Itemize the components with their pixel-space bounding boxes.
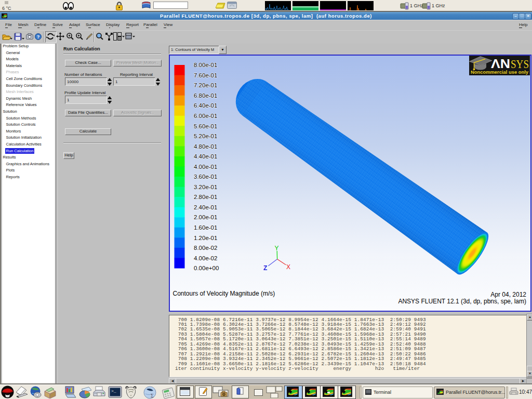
svg-text:6.00e-01: 6.00e-01 <box>194 113 217 119</box>
svg-text:Z: Z <box>263 264 267 272</box>
svg-text:0.00e+00: 0.00e+00 <box>194 265 219 271</box>
svg-text:1.60e-01: 1.60e-01 <box>194 224 217 231</box>
svg-text:4.00e-01: 4.00e-01 <box>194 164 217 170</box>
svg-text:2.40e-01: 2.40e-01 <box>194 204 217 210</box>
svg-text:2.80e-01: 2.80e-01 <box>194 194 217 200</box>
svg-text:4.40e-01: 4.40e-01 <box>194 153 217 159</box>
svg-text:ΛN: ΛN <box>491 57 510 71</box>
svg-text:>_: >_ <box>111 389 116 393</box>
svg-text:Noncommercial use only: Noncommercial use only <box>471 69 529 75</box>
svg-text:5.20e-01: 5.20e-01 <box>194 133 217 139</box>
svg-text:Contours of Velocity Magnitude: Contours of Velocity Magnitude (m/s) <box>173 290 275 297</box>
svg-text:5.60e-01: 5.60e-01 <box>194 123 217 129</box>
svg-text:3.20e-01: 3.20e-01 <box>194 184 217 190</box>
svg-text:X: X <box>286 263 290 271</box>
svg-text:1.20e-01: 1.20e-01 <box>194 235 217 241</box>
svg-text:Σ: Σ <box>151 393 154 398</box>
svg-text:2.00e-01: 2.00e-01 <box>194 214 217 220</box>
svg-text:?: ? <box>37 34 40 39</box>
svg-text:7.60e-01: 7.60e-01 <box>194 72 217 78</box>
svg-text:8.00e-02: 8.00e-02 <box>194 245 217 251</box>
svg-text:3.60e-01: 3.60e-01 <box>194 174 217 180</box>
svg-text:4.80e-01: 4.80e-01 <box>194 143 217 150</box>
svg-text:6.80e-01: 6.80e-01 <box>194 92 217 99</box>
svg-text:6.40e-01: 6.40e-01 <box>194 102 217 109</box>
svg-text:Apr 04, 2012: Apr 04, 2012 <box>490 291 526 298</box>
svg-text:Y: Y <box>275 245 279 252</box>
svg-text:8.00e-01: 8.00e-01 <box>194 62 217 68</box>
svg-text:7.20e-01: 7.20e-01 <box>194 82 217 88</box>
svg-text:4.00e-02: 4.00e-02 <box>194 255 217 261</box>
svg-text:ANSYS FLUENT 12.1 (3d, dp, pbn: ANSYS FLUENT 12.1 (3d, dp, pbns, spe, la… <box>398 298 526 305</box>
